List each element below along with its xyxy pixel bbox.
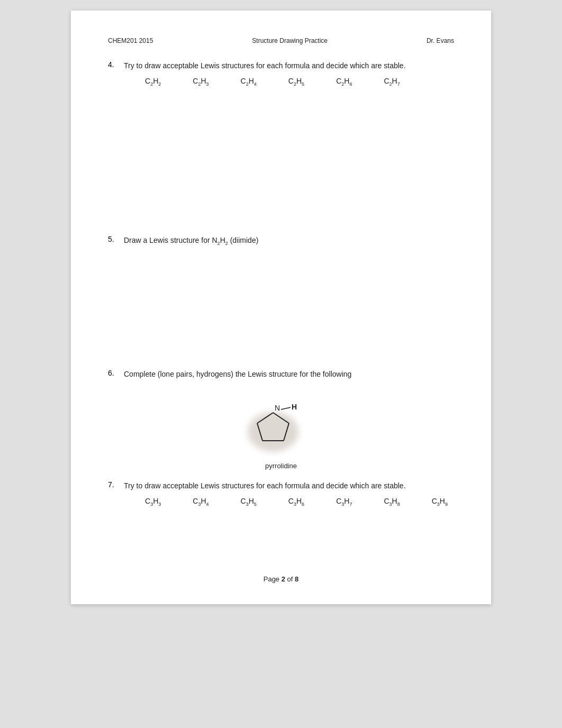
header-left: CHEM201 2015: [108, 37, 153, 44]
question-7: 7. Try to draw acceptable Lewis structur…: [108, 480, 454, 507]
question-6-number: 6.: [108, 369, 124, 377]
question-6-text: Complete (lone pairs, hydrogens) the Lew…: [124, 369, 454, 380]
formula-c3h9: C3H9: [432, 497, 448, 507]
question-6: 6. Complete (lone pairs, hydrogens) the …: [108, 369, 454, 470]
question-4: 4. Try to draw acceptable Lewis structur…: [108, 60, 454, 224]
question-4-body: Try to draw acceptable Lewis structures …: [124, 60, 454, 87]
svg-text:N: N: [275, 404, 280, 412]
question-5-text: Draw a Lewis structure for N2H2 (diimide…: [124, 235, 454, 247]
formula-c2h7: C2H7: [384, 77, 400, 87]
formula-c3h7: C3H7: [336, 497, 352, 507]
question-7-body: Try to draw acceptable Lewis structures …: [124, 480, 454, 507]
question-7-formulas: C3H3 C3H4 C3H5 C3H6 C3H7 C3H8 C3H9: [145, 497, 454, 507]
svg-text:H: H: [292, 403, 297, 411]
formula-c2h4: C2H4: [241, 77, 257, 87]
question-6-header: 6. Complete (lone pairs, hydrogens) the …: [108, 369, 454, 385]
question-7-number: 7.: [108, 480, 124, 489]
question-7-header: 7. Try to draw acceptable Lewis structur…: [108, 480, 454, 507]
page-footer: Page 2 of 8: [71, 575, 491, 583]
question-5: 5. Draw a Lewis structure for N2H2 (diim…: [108, 235, 454, 358]
pyrrolidine-structure: N H: [233, 396, 329, 459]
page-number: 2: [282, 575, 285, 583]
pyrrolidine-svg: N H: [233, 396, 329, 459]
pyrrolidine-container: N H pyrrolidine: [108, 396, 454, 470]
formula-c2h6: C2H6: [336, 77, 352, 87]
formula-c3h4: C3H4: [193, 497, 209, 507]
document-page: CHEM201 2015 Structure Drawing Practice …: [71, 11, 491, 604]
svg-line-7: [281, 407, 291, 410]
formula-c3h5: C3H5: [241, 497, 257, 507]
header-center: Structure Drawing Practice: [252, 37, 328, 44]
formula-c2h3: C2H3: [193, 77, 209, 87]
question-5-space: [108, 252, 454, 358]
header-right: Dr. Evans: [427, 37, 454, 44]
formula-c2h5: C2H5: [288, 77, 304, 87]
question-5-body: Draw a Lewis structure for N2H2 (diimide…: [124, 235, 454, 252]
question-4-formulas: C2H2 C2H3 C2H4 C2H5 C2H6 C2H7: [145, 77, 454, 87]
question-5-number: 5.: [108, 235, 124, 243]
question-4-number: 4.: [108, 60, 124, 69]
footer-text: Page 2 of 8: [264, 575, 299, 583]
question-4-text: Try to draw acceptable Lewis structures …: [124, 60, 454, 71]
question-4-space: [108, 87, 454, 224]
question-7-text: Try to draw acceptable Lewis structures …: [124, 480, 454, 492]
formula-c2h2: C2H2: [145, 77, 161, 87]
question-6-body: Complete (lone pairs, hydrogens) the Lew…: [124, 369, 454, 385]
formula-c3h3: C3H3: [145, 497, 161, 507]
page-header: CHEM201 2015 Structure Drawing Practice …: [108, 37, 454, 44]
formula-c3h6: C3H6: [288, 497, 304, 507]
question-5-header: 5. Draw a Lewis structure for N2H2 (diim…: [108, 235, 454, 252]
pyrrolidine-name-label: pyrrolidine: [265, 462, 297, 470]
question-4-header: 4. Try to draw acceptable Lewis structur…: [108, 60, 454, 87]
page-total: 8: [295, 575, 298, 583]
svg-point-0: [248, 412, 298, 452]
formula-c3h8: C3H8: [384, 497, 400, 507]
